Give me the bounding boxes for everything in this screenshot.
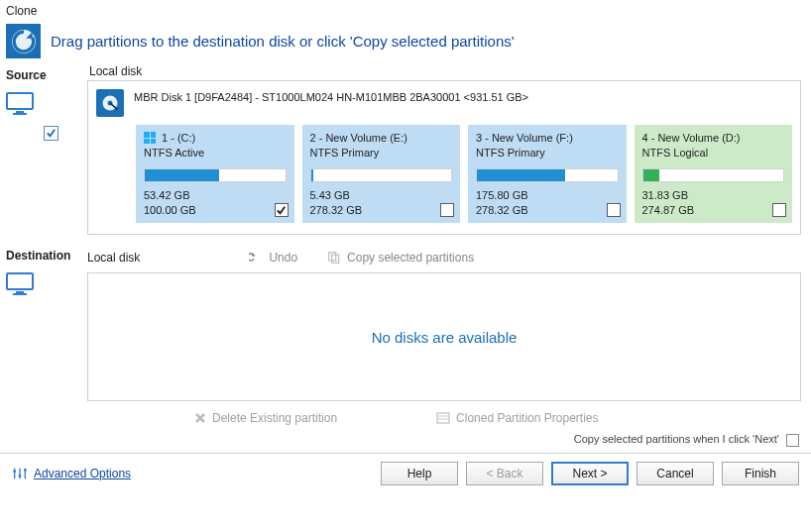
undo-label: Undo <box>269 251 297 265</box>
partition-sizes: 5.43 GB278.32 GB <box>310 188 453 218</box>
window-title: Clone <box>0 0 811 18</box>
delete-existing-label: Delete Existing partition <box>212 411 337 425</box>
back-button[interactable]: < Back <box>466 462 543 485</box>
hero-text: Drag partitions to the destination disk … <box>51 33 515 50</box>
copy-selected-button[interactable]: Copy selected partitions <box>327 251 474 265</box>
partition-sizes: 175.80 GB278.32 GB <box>476 188 619 218</box>
copy-on-next-label: Copy selected partitions when I click 'N… <box>574 433 779 445</box>
partition-checkbox[interactable] <box>440 203 454 217</box>
partition-card[interactable]: 1 - (C:)NTFS Active53.42 GB100.00 GB <box>136 125 294 223</box>
partition-checkbox[interactable] <box>772 203 786 217</box>
partition-card[interactable]: 4 - New Volume (D:)NTFS Logical31.83 GB2… <box>635 125 793 223</box>
usage-bar <box>144 168 287 182</box>
svg-rect-11 <box>437 413 449 423</box>
cancel-button[interactable]: Cancel <box>637 462 714 485</box>
advanced-options-link[interactable]: Advanced Options <box>12 466 131 481</box>
cloned-props-button[interactable]: Cloned Partition Properties <box>436 411 598 425</box>
usage-bar <box>642 168 785 182</box>
destination-label: Destination <box>6 249 81 263</box>
usage-bar <box>476 168 619 182</box>
copy-on-next-checkbox[interactable] <box>786 434 799 447</box>
partition-fs: NTFS Active <box>144 146 287 160</box>
partition-checkbox[interactable] <box>607 203 621 217</box>
usage-bar <box>310 168 453 182</box>
disk-title: MBR Disk 1 [D9FA2484] - ST1000LM024 HN-M… <box>134 89 528 103</box>
undo-icon <box>249 251 263 265</box>
partition-sizes: 31.83 GB274.87 GB <box>642 188 785 218</box>
partition-name: 4 - New Volume (D:) <box>642 131 741 146</box>
cloned-props-label: Cloned Partition Properties <box>456 411 598 425</box>
partition-card[interactable]: 3 - New Volume (F:)NTFS Primary175.80 GB… <box>468 125 627 223</box>
partition-checkbox[interactable] <box>275 203 289 217</box>
partition-sizes: 53.42 GB100.00 GB <box>144 188 287 218</box>
source-label: Source <box>6 68 81 82</box>
partition-fs: NTFS Logical <box>642 146 785 160</box>
copy-on-next-row: Copy selected partitions when I click 'N… <box>0 431 811 451</box>
partition-name: 1 - (C:) <box>162 131 195 146</box>
windows-icon <box>144 132 156 144</box>
monitor-icon <box>6 92 34 116</box>
sliders-icon <box>12 466 28 481</box>
svg-rect-2 <box>16 111 24 113</box>
partition-fs: NTFS Primary <box>476 146 619 160</box>
svg-rect-3 <box>13 113 27 115</box>
finish-button[interactable]: Finish <box>722 462 799 485</box>
copy-selected-label: Copy selected partitions <box>347 251 474 265</box>
next-button[interactable]: Next > <box>551 462 629 485</box>
partition-name: 2 - New Volume (E:) <box>310 131 407 146</box>
svg-rect-14 <box>13 470 16 472</box>
source-disk-panel: MBR Disk 1 [D9FA2484] - ST1000LM024 HN-M… <box>87 80 801 235</box>
source-select-checkbox[interactable] <box>44 126 58 141</box>
advanced-options-label: Advanced Options <box>34 467 131 480</box>
svg-rect-15 <box>19 475 22 477</box>
hard-disk-icon <box>96 89 124 117</box>
source-local-label: Local disk <box>89 64 811 78</box>
partition-fs: NTFS Primary <box>310 146 453 160</box>
no-disks-text: No disks are available <box>372 329 518 346</box>
destination-disk-panel[interactable]: No disks are available <box>87 272 801 401</box>
partition-name: 3 - New Volume (F:) <box>476 131 573 146</box>
copy-icon <box>327 251 341 265</box>
hero: Drag partitions to the destination disk … <box>0 18 811 64</box>
svg-rect-8 <box>13 293 27 295</box>
undo-button[interactable]: Undo <box>249 251 297 265</box>
destination-local-label: Local disk <box>87 251 140 265</box>
close-icon <box>194 412 206 424</box>
monitor-icon <box>6 272 34 296</box>
properties-icon <box>436 412 450 424</box>
svg-rect-10 <box>332 255 339 263</box>
svg-rect-7 <box>16 291 24 293</box>
svg-rect-1 <box>7 93 33 109</box>
clone-hero-icon <box>6 24 41 58</box>
delete-existing-button[interactable]: Delete Existing partition <box>194 411 337 425</box>
svg-rect-6 <box>7 273 33 289</box>
help-button[interactable]: Help <box>381 462 458 485</box>
separator <box>0 453 811 454</box>
partition-card[interactable]: 2 - New Volume (E:)NTFS Primary5.43 GB27… <box>302 125 461 223</box>
svg-rect-16 <box>24 469 27 471</box>
